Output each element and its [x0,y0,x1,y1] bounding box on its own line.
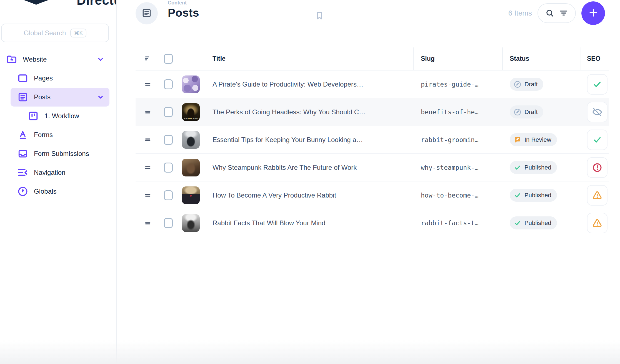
column-header-seo[interactable]: SEO [581,47,609,70]
select-all-checkbox[interactable] [164,54,173,64]
eye-off-icon [592,107,602,117]
table-row[interactable]: How To Become A Very Productive Rabbitho… [136,181,609,209]
draft-icon [513,80,522,89]
chevron-down-icon[interactable] [97,55,104,63]
page-header: Content Posts 6 Items [136,0,620,36]
sidebar-item-label: Pages [34,74,104,82]
seo-status-button[interactable] [587,102,608,122]
row-checkbox[interactable] [164,135,173,145]
drag-handle-icon[interactable] [144,164,152,171]
post-title: How To Become A Very Productive Rabbit [212,191,336,199]
posts-table: Title Slug Status SEO A Pirate's Guide t… [136,47,609,237]
sidebar-item-form-submissions[interactable]: Form Submissions [11,144,109,163]
status-badge: Draft [510,78,543,91]
header-actions: 6 Items [508,1,605,25]
status-badge: In Review [510,133,557,146]
folder-star-icon [6,54,17,65]
collection-icon-button[interactable] [136,2,158,24]
check-icon [592,135,602,145]
row-checkbox[interactable] [164,218,173,228]
add-item-button[interactable] [581,1,605,25]
status-label: Published [524,219,551,227]
sidebar-item-label: Posts [34,93,97,101]
sidebar-item-website[interactable]: Website [0,50,109,69]
post-thumbnail [182,75,200,93]
filter-icon[interactable] [559,8,568,18]
table-body: A Pirate's Guide to Productivity: Web De… [136,70,609,237]
app-logo[interactable]: Directus [0,0,116,5]
status-label: Draft [524,81,538,88]
post-slug: why-steampunk-… [421,164,479,171]
seo-status-button[interactable] [587,130,608,150]
sidebar-item-label: 1. Workflow [44,112,104,120]
post-title: Why Steampunk Rabbits Are The Future of … [212,164,357,171]
chevron-down-icon[interactable] [97,93,104,101]
warning-triangle-icon [592,190,602,201]
row-checkbox[interactable] [164,163,173,173]
sidebar-item-posts[interactable]: Posts [11,88,109,107]
review-icon [513,136,522,144]
status-badge: Draft [510,105,543,118]
sidebar-item-label: Globals [34,188,104,195]
app-root: Directus Global Search ⌘K WebsitePagesPo… [0,0,620,364]
sidebar-item-pages[interactable]: Pages [11,69,109,88]
items-count: 6 Items [508,9,532,17]
window-icon [17,73,28,84]
drag-handle-icon[interactable] [144,108,152,116]
bookmark-icon[interactable] [314,11,324,21]
column-header-title[interactable]: Title [205,47,413,70]
search-icon[interactable] [545,8,554,18]
sidebar-item-forms[interactable]: Forms [11,125,109,144]
sort-icon[interactable] [144,55,152,63]
post-thumbnail [182,131,200,149]
post-slug: rabbit-groomin… [421,136,479,143]
drag-handle-icon[interactable] [144,136,152,143]
table-row[interactable]: HEADLESSThe Perks of Going Headless: Why… [136,98,609,126]
sidebar-item-label: Form Submissions [34,150,104,158]
search-shortcut-badge: ⌘K [70,29,86,37]
table-row[interactable]: A Pirate's Guide to Productivity: Web De… [136,70,609,98]
drag-handle-icon[interactable] [144,219,152,227]
breadcrumb[interactable]: Content [168,0,199,6]
table-row[interactable]: Rabbit Facts That Will Blow Your Mindrab… [136,209,609,237]
check-icon [592,79,602,90]
row-checkbox[interactable] [164,79,173,89]
seo-status-button[interactable] [587,157,608,178]
sidebar-nav: WebsitePagesPosts1. WorkflowFormsForm Su… [0,50,116,201]
letter-a-icon [17,129,28,140]
post-thumbnail [182,214,200,232]
app-title: Directus [77,0,116,5]
column-header-slug[interactable]: Slug [413,47,502,70]
table-row[interactable]: Essential Tips for Keeping Your Bunny Lo… [136,126,609,154]
global-search-input[interactable]: Global Search ⌘K [1,24,109,42]
post-title: A Pirate's Guide to Productivity: Web De… [212,80,363,88]
status-badge: Published [510,161,557,174]
sidebar-item-navigation[interactable]: Navigation [11,163,109,182]
column-header-status[interactable]: Status [502,47,581,70]
drag-handle-icon[interactable] [144,192,152,199]
kanban-icon [28,110,39,122]
status-label: Published [524,192,551,199]
article-icon [141,8,152,19]
error-circle-icon [592,162,602,173]
table-row[interactable]: Why Steampunk Rabbits Are The Future of … [136,154,609,181]
drag-handle-icon[interactable] [144,81,152,88]
inbox-icon [17,148,28,159]
warning-triangle-icon [592,218,602,228]
sidebar: Directus Global Search ⌘K WebsitePagesPo… [0,0,117,364]
seo-status-button[interactable] [587,74,608,95]
row-checkbox[interactable] [164,190,173,200]
globe-icon [17,186,28,197]
seo-status-button[interactable] [587,213,608,233]
sidebar-item-globals[interactable]: Globals [11,182,109,201]
article-icon [17,92,28,103]
post-thumbnail: HEADLESS [182,103,200,121]
post-slug: rabbit-facts-t… [421,219,479,227]
seo-status-button[interactable] [587,185,608,206]
table-header-row: Title Slug Status SEO [136,47,609,70]
post-title: Essential Tips for Keeping Your Bunny Lo… [212,136,363,144]
sidebar-item-1-workflow[interactable]: 1. Workflow [11,107,109,125]
published-check-icon [513,219,522,227]
post-thumbnail [182,159,200,176]
row-checkbox[interactable] [164,107,173,117]
